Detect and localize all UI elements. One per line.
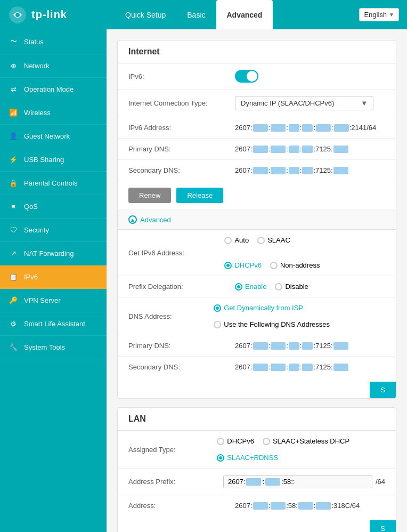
sidebar-item-usb-sharing[interactable]: ⚡ USB Sharing — [0, 148, 107, 172]
dhcpv6-radio[interactable]: DHCPv6 — [224, 261, 262, 269]
address-prefix-input: 2607:::58:: — [223, 475, 372, 488]
sidebar-item-smart-life[interactable]: ⚙ Smart Life Assistant — [0, 312, 107, 336]
dropdown-arrow-icon: ▼ — [361, 99, 368, 107]
ipv6-address-label: IPv6 Address: — [128, 124, 235, 132]
sidebar-label-qos: QoS — [24, 203, 38, 211]
lang-value: English — [364, 11, 387, 19]
lang-chevron-icon: ▼ — [389, 12, 394, 18]
address-label: Address: — [128, 502, 235, 510]
sidebar-item-guest-network[interactable]: 👤 Guest Network — [0, 125, 107, 148]
sidebar-label-wireless: Wireless — [24, 109, 51, 117]
tab-advanced[interactable]: Advanced — [216, 0, 273, 29]
enable-radio[interactable]: Enable — [235, 283, 266, 291]
sidebar-item-parental-controls[interactable]: 🔒 Parental Controls — [0, 172, 107, 195]
sidebar-label-guest: Guest Network — [24, 132, 70, 140]
use-following-radio[interactable]: Use the Following DNS Addresses — [214, 320, 330, 328]
release-button[interactable]: Release — [176, 188, 223, 203]
get-dynamically-radio[interactable]: Get Dynamically from ISP — [214, 304, 303, 312]
ipv6-toggle[interactable] — [235, 70, 258, 83]
sidebar-item-status[interactable]: 〜 Status — [0, 29, 107, 54]
address-value: 2607:::58:::318C/64 — [235, 502, 360, 510]
tab-basic[interactable]: Basic — [176, 0, 216, 29]
sidebar-label-usb: USB Sharing — [24, 156, 64, 164]
guest-icon: 👤 — [8, 132, 19, 140]
logo-text: tp-link — [31, 9, 67, 21]
slaac-rdnss-radio[interactable]: SLAAC+RDNSS — [217, 454, 278, 462]
sidebar-label-smart: Smart Life Assistant — [24, 320, 85, 328]
lan-section-header: LAN — [118, 408, 396, 431]
sidebar-item-operation-mode[interactable]: ⇄ Operation Mode — [0, 78, 107, 101]
secondary-dns-label: Secondary DNS: — [128, 166, 235, 174]
slaac-radio[interactable]: SLAAC — [257, 236, 290, 244]
sidebar-label-nat: NAT Forwarding — [24, 249, 74, 257]
prefix-delegation-label: Prefix Delegation: — [128, 283, 235, 291]
ipv6-address-value: 2607:::::::2141/64 — [235, 124, 376, 132]
lang-selector[interactable]: English ▼ — [359, 8, 399, 21]
content-area: Internet IPv6: Internet Connection Type:… — [107, 29, 407, 532]
connection-type-dropdown[interactable]: Dynamic IP (SLAAC/DHCPv6) ▼ — [235, 96, 373, 110]
tp-link-logo-icon — [8, 5, 27, 25]
nat-icon: ↗ — [8, 249, 19, 257]
internet-section-header: Internet — [118, 41, 396, 63]
usb-icon: ⚡ — [8, 156, 19, 164]
secondary-dns2-label: Secondary DNS: — [128, 363, 235, 371]
get-ipv6-label: Get IPv6 Address: — [128, 249, 224, 257]
smart-icon: ⚙ — [8, 320, 19, 328]
prefix-suffix: /64 — [376, 478, 385, 486]
sidebar-item-vpn-server[interactable]: 🔑 VPN Server — [0, 289, 107, 312]
sidebar-item-nat-forwarding[interactable]: ↗ NAT Forwarding — [0, 242, 107, 265]
sidebar-item-qos[interactable]: ≡ QoS — [0, 195, 107, 219]
sidebar-item-system-tools[interactable]: 🔧 System Tools — [0, 336, 107, 359]
disable-radio[interactable]: Disable — [275, 283, 308, 291]
parental-icon: 🔒 — [8, 179, 19, 187]
tools-icon: 🔧 — [8, 343, 19, 351]
primary-dns-value: 2607:::::7125: — [235, 145, 348, 153]
status-icon: 〜 — [8, 37, 19, 46]
address-prefix-label: Address Prefix: — [128, 478, 223, 486]
sidebar-label-operation: Operation Mode — [24, 85, 74, 93]
dns-address-label: DNS Address: — [128, 312, 214, 320]
sidebar-label-status: Status — [24, 38, 44, 46]
secondary-dns2-value: 2607:::::7125: — [235, 363, 348, 371]
vpn-icon: 🔑 — [8, 296, 19, 304]
wireless-icon: 📶 — [8, 109, 19, 117]
internet-section: Internet IPv6: Internet Connection Type:… — [117, 40, 396, 399]
network-icon: ⊕ — [8, 62, 19, 70]
primary-dns-label: Primary DNS: — [128, 145, 235, 153]
auto-radio[interactable]: Auto — [224, 236, 249, 244]
sidebar-label-vpn: VPN Server — [24, 296, 61, 304]
sidebar-label-tools: System Tools — [24, 343, 65, 351]
secondary-dns-value: 2607:::::7125: — [235, 166, 348, 174]
operation-icon: ⇄ — [8, 85, 19, 93]
sidebar-label-ipv6: IPv6 — [24, 273, 38, 281]
svg-point-1 — [15, 13, 20, 17]
internet-save-button[interactable]: S — [370, 382, 396, 398]
sidebar-label-security: Security — [24, 226, 49, 234]
renew-button[interactable]: Renew — [128, 188, 171, 203]
sidebar-item-security[interactable]: 🛡 Security — [0, 219, 107, 242]
ipv6-icon: 📋 — [8, 273, 19, 281]
logo-area: tp-link — [8, 5, 115, 25]
lan-section: LAN Assigned Type: DHCPv6 SLAAC+Stateles… — [117, 407, 396, 532]
advanced-toggle[interactable]: ▲ Advanced — [118, 210, 396, 230]
sidebar-item-ipv6[interactable]: 📋 IPv6 — [0, 265, 107, 289]
security-icon: 🛡 — [8, 226, 19, 234]
non-address-radio[interactable]: Non-address — [270, 261, 320, 269]
qos-icon: ≡ — [8, 203, 19, 211]
sidebar-label-parental: Parental Controls — [24, 179, 77, 187]
slaac-stateless-radio[interactable]: SLAAC+Stateless DHCP — [263, 437, 349, 445]
sidebar-label-network: Network — [24, 62, 50, 70]
assigned-type-label: Assigned Type: — [128, 446, 217, 454]
advanced-toggle-label: Advanced — [140, 216, 171, 224]
sidebar-item-network[interactable]: ⊕ Network — [0, 54, 107, 78]
lan-save-button[interactable]: S — [370, 520, 396, 532]
sidebar: 〜 Status ⊕ Network ⇄ Operation Mode 📶 Wi… — [0, 29, 107, 532]
primary-dns2-value: 2607:::::7125: — [235, 342, 348, 350]
tab-quick-setup[interactable]: Quick Setup — [115, 0, 176, 29]
sidebar-item-wireless[interactable]: 📶 Wireless — [0, 101, 107, 125]
connection-type-label: Internet Connection Type: — [128, 99, 235, 107]
lan-dhcpv6-radio[interactable]: DHCPv6 — [217, 437, 254, 445]
primary-dns2-label: Primary DNS: — [128, 342, 235, 350]
advanced-toggle-icon: ▲ — [128, 215, 137, 224]
ipv6-toggle-label: IPv6: — [128, 72, 235, 80]
